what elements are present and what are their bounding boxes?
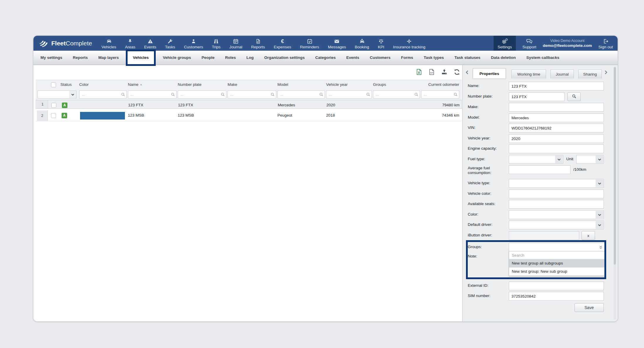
account-info[interactable]: Video Demo Account demo@fleetcomplete.co… [543, 36, 592, 51]
select-all-checkbox[interactable] [51, 82, 56, 87]
tab-forms[interactable]: Forms [396, 51, 418, 65]
number-plate-field[interactable] [509, 92, 565, 101]
nav-item-vehicles[interactable]: Vehicles [101, 36, 116, 51]
vin-field[interactable] [509, 124, 604, 132]
collapse-panel-chevron-left-icon[interactable] [465, 70, 469, 76]
nav-item-reports[interactable]: Reports [251, 36, 265, 51]
model-filter-input[interactable] [278, 91, 325, 98]
color-filter-input[interactable] [79, 91, 126, 98]
tab-organization-settings[interactable]: Organization settings [259, 51, 310, 65]
make-filter-input[interactable] [228, 91, 276, 98]
table-row[interactable]: 2 A 123 MSB 123 MSB Peugeot 2018 74346 k… [36, 110, 462, 121]
excel-export-button[interactable]: X [415, 68, 423, 76]
nav-item-booking[interactable]: Booking [355, 36, 369, 51]
save-button[interactable]: Save [574, 303, 604, 312]
panel-tab-properties[interactable]: Properties [473, 68, 506, 79]
model-field[interactable] [509, 113, 604, 122]
chevron-down-icon [596, 221, 603, 229]
tab-task-statuses[interactable]: Task statuses [449, 51, 486, 65]
panel-tab-journal[interactable]: Journal [550, 69, 574, 79]
tab-vehicles[interactable]: Vehicles [128, 51, 154, 64]
tab-reports[interactable]: Reports [67, 51, 93, 65]
column-header-color[interactable]: Color [79, 82, 127, 87]
nav-item-events[interactable]: Events [144, 36, 156, 51]
properties-panel: Properties Working time Journal Sharing … [462, 65, 618, 321]
vehicle-type-select[interactable] [509, 179, 604, 188]
nav-item-trips[interactable]: Trips [212, 36, 221, 51]
sign-out-button[interactable]: Sign out [598, 36, 613, 51]
tab-vehicle-groups[interactable]: Vehicle groups [157, 51, 196, 65]
more-tabs-chevron-right-icon[interactable] [604, 70, 608, 76]
tab-categories[interactable]: Categories [310, 51, 341, 65]
available-seats-field[interactable] [509, 200, 604, 209]
tab-system-callbacks[interactable]: System callbacks [521, 51, 565, 65]
nav-item-customers[interactable]: Customers [184, 36, 203, 51]
tab-log[interactable]: Log [241, 51, 259, 65]
panel-scrollbar[interactable] [614, 66, 616, 320]
groups-search-input[interactable] [509, 251, 605, 259]
column-header-groups[interactable]: Groups [373, 82, 420, 87]
import-button[interactable] [440, 68, 449, 76]
column-header-make[interactable]: Make [228, 82, 276, 87]
tab-events[interactable]: Events [341, 51, 365, 65]
column-header-model[interactable]: Model [277, 82, 325, 87]
external-id-field[interactable] [509, 282, 604, 290]
nav-item-reminders[interactable]: Reminders [300, 36, 319, 51]
panel-tab-sharing[interactable]: Sharing [578, 69, 602, 79]
panel-scrollbar-thumb[interactable] [614, 67, 616, 265]
number-plate-lookup-button[interactable] [567, 92, 581, 101]
tab-roles[interactable]: Roles [220, 51, 241, 65]
fuel-type-select[interactable] [509, 155, 563, 164]
nav-item-journal[interactable]: Journal [229, 36, 242, 51]
vehicle-year-field[interactable] [509, 134, 604, 143]
name-field[interactable] [509, 82, 604, 91]
name-filter-input[interactable] [128, 91, 176, 98]
nav-item-settings[interactable]: Settings [494, 36, 516, 51]
vehicle-year-filter-input[interactable] [326, 91, 372, 98]
nav-item-tasks[interactable]: Tasks [165, 36, 175, 51]
nav-item-kpi[interactable]: KPI [378, 36, 384, 51]
row-checkbox[interactable] [51, 113, 56, 118]
ibutton-clear-button[interactable]: x [582, 231, 595, 240]
nav-item-areas[interactable]: Areas [125, 36, 135, 51]
nav-item-insurance-tracking[interactable]: Insurance tracking [393, 36, 425, 51]
table-row[interactable]: 1 A 123 FTX 123 FTX Mercedes 2020 79480 … [36, 100, 462, 109]
groups-filter-input[interactable] [373, 91, 420, 98]
average-fuel-consumption-field[interactable] [509, 165, 570, 174]
engine-capacity-field[interactable] [509, 144, 604, 153]
search-icon [319, 92, 323, 98]
column-header-current-odometer[interactable]: Current odometer [421, 82, 459, 87]
groups-option[interactable]: New test group: New sub group [509, 267, 605, 276]
color-select[interactable] [509, 210, 604, 219]
groups-option[interactable]: New test group all subgroups [509, 259, 605, 267]
column-header-number-plate[interactable]: Number plate [178, 82, 226, 87]
column-header-vehicle-year[interactable]: Vehicle year [326, 82, 372, 87]
brand-logo[interactable]: FleetComplete [33, 36, 92, 51]
tab-data-deletion[interactable]: Data deletion [486, 51, 521, 65]
default-driver-select[interactable] [509, 221, 604, 229]
xml-export-button[interactable]: </> [427, 68, 436, 76]
tab-customers[interactable]: Customers [365, 51, 396, 65]
row-checkbox[interactable] [51, 103, 56, 108]
cell-model: Mercedes [278, 103, 325, 107]
sim-number-field[interactable] [509, 292, 604, 301]
tab-task-types[interactable]: Task types [418, 51, 449, 65]
nav-item-messages[interactable]: Messages [328, 36, 346, 51]
column-header-name[interactable]: Name▲ [128, 82, 177, 87]
xml-export-icon: </> [428, 69, 435, 76]
tab-my-settings[interactable]: My settings [35, 51, 67, 65]
nav-item-support[interactable]: Support [522, 36, 536, 51]
vehicle-color-field[interactable] [509, 190, 604, 198]
groups-multiselect[interactable] [509, 243, 605, 252]
number-plate-filter-input[interactable] [178, 91, 226, 98]
make-field[interactable] [509, 103, 604, 112]
tab-map-layers[interactable]: Map layers [93, 51, 124, 65]
status-filter-select[interactable] [38, 91, 77, 98]
nav-item-expenses[interactable]: € Expenses [274, 36, 291, 51]
ibutton-driver-field[interactable] [509, 231, 579, 240]
panel-tab-working-time[interactable]: Working time [511, 69, 546, 79]
fuel-unit-select[interactable] [576, 155, 604, 164]
refresh-button[interactable] [453, 68, 461, 76]
tab-people[interactable]: People [196, 51, 220, 65]
column-header-status[interactable]: Status [60, 82, 78, 87]
